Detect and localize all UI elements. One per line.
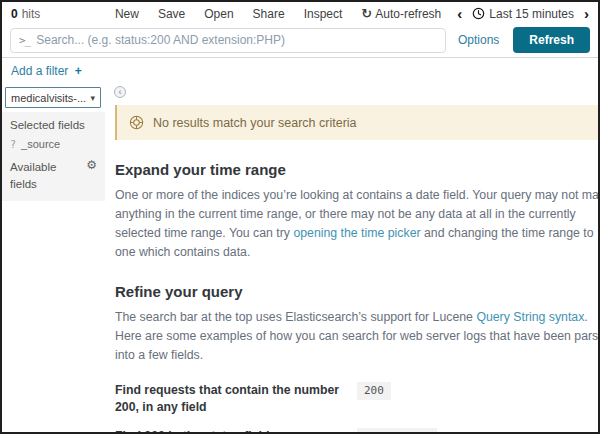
index-pattern-dropdown[interactable]: medicalvisits-... ▾ [5,87,101,108]
no-results-message: No results match your search criteria [153,116,357,130]
main-area: medicalvisits-... ▾ Selected fields ? _s… [2,82,598,434]
terminal-prompt-icon: >_ [19,34,30,47]
example-description: Find requests that contain the number 20… [115,382,349,415]
time-navigation: ‹ Last 15 minutes › [457,6,589,21]
search-input[interactable] [36,33,437,47]
filter-bar: Add a filter + [2,58,598,82]
nav-inspect[interactable]: Inspect [304,7,343,21]
auto-refresh-button[interactable]: ↻ Auto-refresh [361,7,441,21]
fields-panel: Selected fields ? _source Available fiel… [2,112,105,201]
help-ring-icon [129,115,144,130]
example-description: Find 200 in the status field [115,428,349,434]
refine-query-title: Refine your query [115,283,600,300]
nav-open[interactable]: Open [204,7,233,21]
search-row: >_ Options Refresh [2,25,598,57]
example-row: Find 200 in the status field status:200 [115,428,600,434]
refine-text-before: The search bar at the top uses Elasticse… [115,310,476,324]
clock-icon [472,7,485,20]
example-query-code: 200 [357,382,391,400]
available-fields-row: Available fields ⚙ [10,159,97,192]
discover-page: 0 hits New Save Open Share Inspect ↻ Aut… [0,0,600,434]
query-string-syntax-link[interactable]: Query String syntax [476,310,584,324]
nav-share[interactable]: Share [253,7,285,21]
refresh-button[interactable]: Refresh [513,27,590,53]
nav-new[interactable]: New [115,7,139,21]
example-query-code: status:200 [357,428,437,434]
open-time-picker-link[interactable]: opening the time picker [293,226,420,240]
time-forward-icon[interactable]: › [584,6,589,21]
field-name: _source [21,138,60,150]
top-nav: New Save Open Share Inspect ↻ Auto-refre… [115,7,441,21]
example-row: Find requests that contain the number 20… [115,382,600,415]
no-results-content: ‹ No results match your search criteria … [105,82,600,434]
refresh-cycle-icon: ↻ [361,7,372,20]
auto-refresh-label: Auto-refresh [375,7,441,21]
search-box: >_ [10,28,446,53]
top-toolbar: 0 hits New Save Open Share Inspect ↻ Aut… [2,2,598,25]
expand-time-range-title: Expand your time range [115,161,600,178]
plus-icon: + [75,64,82,78]
time-range-label: Last 15 minutes [489,7,574,21]
selected-fields-heading: Selected fields [10,119,97,131]
refine-query-text: The search bar at the top uses Elasticse… [115,308,600,365]
available-fields-heading: Available fields [10,159,68,192]
collapse-sidebar-button[interactable]: ‹ [114,86,126,98]
expand-time-range-text: One or more of the indices you’re lookin… [115,186,600,262]
query-examples: Find requests that contain the number 20… [115,382,600,434]
unknown-type-icon: ? [10,139,16,150]
time-picker-button[interactable]: Last 15 minutes [472,7,574,21]
field-item-source[interactable]: ? _source [10,138,97,150]
add-filter-label: Add a filter [11,64,68,78]
hits-label: hits [22,7,41,21]
no-results-callout: No results match your search criteria [115,105,600,140]
nav-save[interactable]: Save [158,7,185,21]
time-back-icon[interactable]: ‹ [457,6,462,21]
add-filter-button[interactable]: Add a filter + [11,64,82,78]
index-pattern-label: medicalvisits-... [11,92,86,104]
options-link[interactable]: Options [458,33,499,47]
hits-counter: 0 hits [11,7,40,21]
gear-icon[interactable]: ⚙ [86,159,97,171]
field-sidebar: medicalvisits-... ▾ Selected fields ? _s… [2,82,105,201]
hits-count: 0 [11,7,18,21]
chevron-down-icon: ▾ [90,93,95,103]
